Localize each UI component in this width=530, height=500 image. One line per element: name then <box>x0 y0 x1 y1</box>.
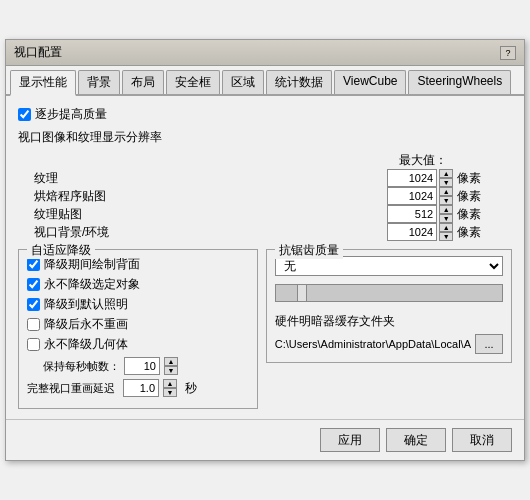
adaptive-item-1: 永不降级选定对象 <box>27 276 249 293</box>
tab-background[interactable]: 背景 <box>78 70 120 94</box>
viewport-bg-unit: 像素 <box>453 223 512 241</box>
bake-label: 烘焙程序贴图 <box>18 187 314 205</box>
two-column-section: 自适应降级 降级期间绘制背面 永不降级选定对象 降级到默认照明 <box>18 249 512 409</box>
antialias-slider[interactable] <box>275 284 503 302</box>
fps-spin-btns: ▲ ▼ <box>164 357 178 375</box>
bake-unit: 像素 <box>453 187 512 205</box>
table-row: 纹理 ▲ ▼ 像素 <box>18 169 512 187</box>
delay-value[interactable] <box>123 379 159 397</box>
delay-spin-up[interactable]: ▲ <box>163 379 177 388</box>
delay-unit: 秒 <box>185 380 197 397</box>
tab-safe-frame[interactable]: 安全框 <box>166 70 220 94</box>
bake-spin-btns: ▲ ▼ <box>439 187 453 205</box>
texture-spin-up[interactable]: ▲ <box>439 169 453 178</box>
adaptive-item-4: 永不降级几何体 <box>27 336 249 353</box>
bake-spinner-group: ▲ ▼ <box>314 187 453 205</box>
apply-button[interactable]: 应用 <box>320 428 380 452</box>
hardware-cache-label: 硬件明暗器缓存文件夹 <box>275 313 503 330</box>
delay-spin-down[interactable]: ▼ <box>163 388 177 397</box>
ok-button[interactable]: 确定 <box>386 428 446 452</box>
resolution-table: 最大值： 纹理 ▲ ▼ 像素 <box>18 152 512 241</box>
adaptive-group: 自适应降级 降级期间绘制背面 永不降级选定对象 降级到默认照明 <box>18 249 258 409</box>
delay-spin-btns: ▲ ▼ <box>163 379 177 397</box>
table-row: 纹理贴图 ▲ ▼ 像素 <box>18 205 512 223</box>
texmap-label: 纹理贴图 <box>18 205 314 223</box>
max-val-label: 最大值： <box>314 152 453 169</box>
antialias-column: 抗锯齿质量 无 硬件明暗器缓存文件夹 C:\Users\Administrato… <box>266 249 512 409</box>
adaptive-checkbox-3[interactable] <box>27 318 40 331</box>
bake-spin-up[interactable]: ▲ <box>439 187 453 196</box>
delay-label: 完整视口重画延迟 <box>27 381 115 396</box>
title-controls: ? <box>500 46 516 60</box>
adaptive-checkbox-4[interactable] <box>27 338 40 351</box>
adaptive-item-2: 降级到默认照明 <box>27 296 249 313</box>
cancel-button[interactable]: 取消 <box>452 428 512 452</box>
antialias-dropdown[interactable]: 无 <box>275 256 503 276</box>
window-title: 视口配置 <box>14 44 62 61</box>
tab-regions[interactable]: 区域 <box>222 70 264 94</box>
texture-unit: 像素 <box>453 169 512 187</box>
viewport-bg-spin-down[interactable]: ▼ <box>439 232 453 241</box>
adaptive-label-2: 降级到默认照明 <box>44 296 128 313</box>
adaptive-checkbox-2[interactable] <box>27 298 40 311</box>
texture-spin-down[interactable]: ▼ <box>439 178 453 187</box>
antialias-group-title: 抗锯齿质量 <box>275 242 343 259</box>
browse-button[interactable]: ... <box>475 334 503 354</box>
table-row: 烘焙程序贴图 ▲ ▼ 像素 <box>18 187 512 205</box>
tab-display-performance[interactable]: 显示性能 <box>10 70 76 96</box>
texmap-unit: 像素 <box>453 205 512 223</box>
viewport-bg-spin-up[interactable]: ▲ <box>439 223 453 232</box>
progressive-quality-checkbox[interactable] <box>18 108 31 121</box>
antialias-slider-container <box>275 284 503 305</box>
adaptive-item-3: 降级后永不重画 <box>27 316 249 333</box>
texmap-spin-down[interactable]: ▼ <box>439 214 453 223</box>
adaptive-checkbox-1[interactable] <box>27 278 40 291</box>
adaptive-column: 自适应降级 降级期间绘制背面 永不降级选定对象 降级到默认照明 <box>18 249 258 409</box>
fps-spin-down[interactable]: ▼ <box>164 366 178 375</box>
bake-value[interactable] <box>387 187 437 205</box>
progressive-quality-label: 逐步提高质量 <box>35 106 107 123</box>
cache-path: C:\Users\Administrator\AppData\Local\A <box>275 338 471 350</box>
viewport-bg-spin-btns: ▲ ▼ <box>439 223 453 241</box>
tab-steering-wheels[interactable]: SteeringWheels <box>408 70 511 94</box>
antialias-dropdown-row: 无 <box>275 256 503 276</box>
adaptive-label-4: 永不降级几何体 <box>44 336 128 353</box>
fps-spin-up[interactable]: ▲ <box>164 357 178 366</box>
tab-viewcube[interactable]: ViewCube <box>334 70 406 94</box>
delay-row: 完整视口重画延迟 ▲ ▼ 秒 <box>27 379 249 397</box>
main-window: 视口配置 ? 显示性能 背景 布局 安全框 区域 统计数据 ViewCube S… <box>5 39 525 461</box>
texmap-spinner-group: ▲ ▼ <box>314 205 453 223</box>
tab-bar: 显示性能 背景 布局 安全框 区域 统计数据 ViewCube Steering… <box>6 66 524 96</box>
adaptive-label-1: 永不降级选定对象 <box>44 276 140 293</box>
antialias-group: 抗锯齿质量 无 硬件明暗器缓存文件夹 C:\Users\Administrato… <box>266 249 512 363</box>
adaptive-label-3: 降级后永不重画 <box>44 316 128 333</box>
texture-spin-btns: ▲ ▼ <box>439 169 453 187</box>
title-bar: 视口配置 ? <box>6 40 524 66</box>
table-row: 视口背景/环境 ▲ ▼ 像素 <box>18 223 512 241</box>
texture-value[interactable] <box>387 169 437 187</box>
fps-label: 保持每秒帧数： <box>43 359 120 374</box>
texture-spinner-group: ▲ ▼ <box>314 169 453 187</box>
texture-label: 纹理 <box>18 169 314 187</box>
bake-spin-down[interactable]: ▼ <box>439 196 453 205</box>
viewport-bg-label: 视口背景/环境 <box>18 223 314 241</box>
tab-content: 逐步提高质量 视口图像和纹理显示分辨率 最大值： 纹理 ▲ <box>6 96 524 419</box>
texmap-value[interactable] <box>387 205 437 223</box>
progressive-quality-row: 逐步提高质量 <box>18 106 512 123</box>
resolution-header: 视口图像和纹理显示分辨率 <box>18 129 512 146</box>
bottom-bar: 应用 确定 取消 <box>6 419 524 460</box>
resolution-section: 视口图像和纹理显示分辨率 最大值： 纹理 ▲ ▼ <box>18 129 512 241</box>
adaptive-group-title: 自适应降级 <box>27 242 95 259</box>
fps-value[interactable] <box>124 357 160 375</box>
path-row: C:\Users\Administrator\AppData\Local\A .… <box>275 334 503 354</box>
help-button[interactable]: ? <box>500 46 516 60</box>
tab-statistics[interactable]: 统计数据 <box>266 70 332 94</box>
resolution-header-row: 最大值： <box>18 152 512 169</box>
fps-row: 保持每秒帧数： ▲ ▼ <box>27 357 249 375</box>
viewport-bg-spinner-group: ▲ ▼ <box>314 223 453 241</box>
viewport-bg-value[interactable] <box>387 223 437 241</box>
texmap-spin-btns: ▲ ▼ <box>439 205 453 223</box>
texmap-spin-up[interactable]: ▲ <box>439 205 453 214</box>
tab-layout[interactable]: 布局 <box>122 70 164 94</box>
adaptive-checkbox-0[interactable] <box>27 258 40 271</box>
